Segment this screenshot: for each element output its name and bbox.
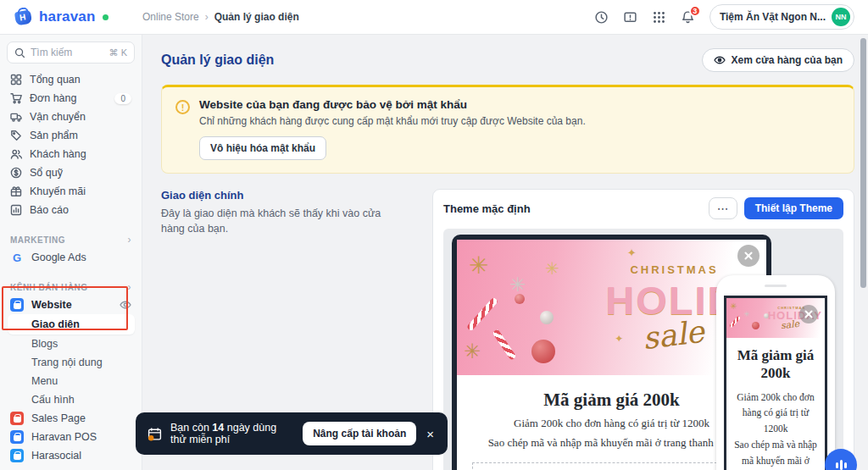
sidebar-section-kenh-ban-hang[interactable]: KÊNH BÁN HÀNG ›	[0, 279, 142, 296]
theme-card-title: Theme mặc định	[443, 202, 531, 215]
notifications-bell-icon[interactable]: 3	[681, 9, 696, 25]
eye-icon[interactable]	[120, 299, 131, 311]
sidebar-subitem-menu[interactable]: Menu	[0, 372, 142, 390]
haravan-logo[interactable]: H haravan	[0, 8, 142, 25]
account-menu[interactable]: Tiệm Ăn Vặt Ngon N... NN	[709, 4, 854, 30]
section-label-text: MARKETING	[10, 235, 65, 245]
breadcrumb: Online Store › Quản lý giao diện	[142, 11, 299, 23]
page-scrollbar[interactable]	[860, 38, 866, 288]
sidebar-item-google-ads[interactable]: G Google Ads	[0, 248, 142, 267]
sidebar-subitem-blogs[interactable]: Blogs	[0, 335, 142, 353]
search-input[interactable]	[31, 47, 98, 58]
silver-ornament-ball	[540, 311, 554, 324]
search-shortcut: ⌘ K	[109, 47, 127, 58]
sidebar-item-label: Sản phẩm	[30, 130, 78, 141]
dashboard-icon	[10, 74, 22, 86]
sidebar-item-san-pham[interactable]: Sản phẩm	[0, 126, 142, 145]
sidebar-item-don-hang[interactable]: Đơn hàng 0	[0, 89, 142, 108]
banner-title: Website của bạn đang được bảo vệ bởi mật…	[199, 98, 586, 111]
popup-close-icon[interactable]	[799, 305, 818, 323]
customers-icon	[10, 148, 22, 160]
sidebar-item-label: Khách hàng	[30, 148, 86, 160]
coupon-popup-mobile: Mã giảm giá 200k Giảm 200k cho đơn hàng …	[726, 346, 825, 470]
popup-close-icon[interactable]	[737, 245, 760, 267]
coupon-line: Giảm 200k cho đơn hàng có giá trị từ 120…	[732, 390, 820, 438]
setup-theme-button[interactable]: Thiết lập Theme	[744, 197, 843, 219]
sidebar-item-harasocial[interactable]: Harasocial	[0, 446, 142, 465]
breadcrumb-separator: ›	[205, 11, 209, 23]
sidebar-item-van-chuyen[interactable]: Vận chuyển	[0, 108, 142, 126]
coupon-line: Sao chép mã và nhập mã khuyến mãi ở tran…	[732, 437, 820, 470]
sidebar-item-haravan-pos[interactable]: Haravan POS	[0, 428, 142, 446]
eye-icon	[714, 54, 726, 66]
theme-card: Theme mặc định ⋯ Thiết lập Theme ✳ ✳ ✳ ✳	[432, 189, 854, 470]
sidebar-subitem-trang-noi-dung[interactable]: Trang nội dung	[0, 353, 142, 372]
banner-sale-text: sale	[780, 318, 800, 332]
apps-grid-icon[interactable]	[652, 9, 667, 25]
sidebar-item-bao-cao[interactable]: Báo cáo	[0, 201, 142, 219]
trial-message: Bạn còn 14 ngày dùng thử miễn phí	[170, 422, 294, 445]
sidebar-item-website[interactable]: Website	[0, 296, 142, 314]
orders-count-badge: 0	[114, 93, 131, 104]
feedback-icon[interactable]	[623, 9, 638, 25]
gold-bow-ornament: ✳	[464, 340, 481, 363]
sidebar-item-sales-page[interactable]: Sales Page	[0, 409, 142, 428]
red-ornament-ball	[515, 294, 525, 304]
sidebar-item-label: Cấu hình	[31, 394, 75, 406]
sidebar-item-tong-quan[interactable]: Tổng quan	[0, 70, 142, 89]
tag-icon	[10, 130, 22, 141]
phone-speaker	[765, 285, 787, 287]
view-store-button[interactable]: Xem cửa hàng của bạn	[702, 48, 854, 72]
status-dot	[103, 14, 108, 20]
sidebar-item-label: Haravan POS	[31, 431, 97, 443]
top-bar-actions: 3 Tiệm Ăn Vặt Ngon N... NN	[594, 4, 868, 30]
banner-description: Chỉ những khách hàng được cung cấp mật k…	[199, 115, 586, 127]
sidebar: ⌘ K Tổng quan Đơn hàng 0 Vận chuyển Sản …	[0, 35, 142, 470]
mobile-preview-mockup: ✳ ✳ CHRISTMAS HOLIDAY sale	[716, 275, 835, 470]
silver-bow-ornament: ✳	[743, 310, 750, 318]
silver-bow-ornament: ✳	[509, 274, 526, 296]
avatar: NN	[832, 8, 850, 26]
sidebar-section-marketing[interactable]: MARKETING ›	[0, 231, 142, 248]
sidebar-item-label: Tổng quan	[30, 74, 81, 86]
sidebar-item-label: Sổ quỹ	[30, 167, 63, 179]
sidebar-item-label: Website	[31, 299, 72, 311]
sidebar-item-so-quy[interactable]: Sổ quỹ	[0, 163, 142, 182]
search-icon	[14, 47, 25, 58]
sidebar-item-khuyen-mai[interactable]: Khuyến mãi	[0, 182, 142, 201]
breadcrumb-parent[interactable]: Online Store	[142, 11, 199, 23]
sidebar-item-label: Đơn hàng	[30, 92, 76, 104]
warning-icon: !	[175, 100, 190, 114]
sidebar-item-label: Trang nội dung	[31, 357, 103, 368]
coupon-code-box[interactable]: C6C7TT2L05	[472, 462, 751, 470]
section-description: Đây là giao diện mà khách sẽ thấy khi và…	[161, 207, 403, 236]
trial-days-count: 14	[212, 422, 224, 434]
page-title: Quản lý giao diện	[161, 53, 274, 68]
search-box[interactable]: ⌘ K	[7, 41, 135, 64]
sales-page-icon	[10, 412, 24, 425]
coupon-title: Mã giảm giá 200k	[732, 346, 820, 383]
sidebar-item-label: Sales Page	[31, 412, 86, 424]
sidebar-subitem-giao-dien[interactable]: Giao diện	[8, 314, 135, 335]
sidebar-item-label: Khuyến mãi	[30, 185, 86, 197]
breadcrumb-current: Quản lý giao diện	[214, 11, 299, 23]
sidebar-item-label: Google Ads	[31, 252, 86, 263]
toast-close-icon[interactable]: ×	[425, 427, 436, 441]
banner-kicker-text: CHRISTMAS	[630, 263, 718, 276]
upgrade-account-button[interactable]: Nâng cấp tài khoản	[303, 422, 416, 445]
history-icon[interactable]	[594, 9, 609, 25]
sidebar-subitem-cau-hinh[interactable]: Cấu hình	[0, 390, 142, 409]
gold-bow-ornament: ✳	[545, 258, 559, 279]
calendar-icon	[147, 427, 162, 441]
red-ornament-ball	[752, 322, 760, 329]
logo-text: haravan	[39, 8, 96, 25]
disable-password-button[interactable]: Vô hiệu hóa mật khẩu	[199, 136, 326, 160]
trial-text-before: Bạn còn	[170, 422, 209, 434]
report-icon	[10, 204, 22, 216]
cash-icon	[10, 167, 22, 179]
sidebar-item-khach-hang[interactable]: Khách hàng	[0, 145, 142, 163]
chevron-right-icon: ›	[128, 234, 132, 246]
website-channel-icon	[10, 298, 24, 312]
candy-cane	[466, 296, 498, 331]
more-options-button[interactable]: ⋯	[709, 197, 737, 219]
